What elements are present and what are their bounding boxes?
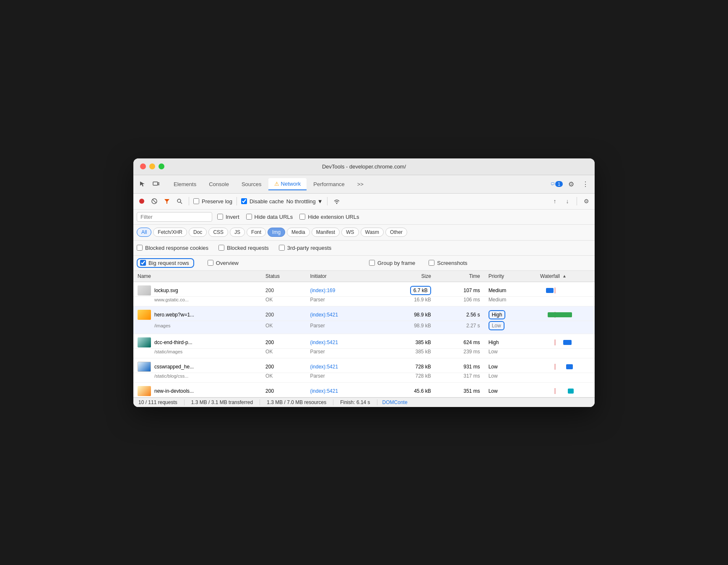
row-status-cell: 200 — [261, 382, 306, 397]
filter-button[interactable] — [162, 196, 172, 206]
third-party-input[interactable] — [279, 245, 285, 251]
row-status-cell: 200 — [261, 358, 306, 373]
table-row[interactable]: lockup.svg 200 (index):169 6.7 kB 107 ms… — [133, 282, 595, 296]
tab-console[interactable]: Console — [203, 179, 235, 190]
third-party-checkbox[interactable]: 3rd-party requests — [279, 245, 332, 251]
upload-icon[interactable]: ↑ — [550, 196, 560, 206]
initiator-link[interactable]: (index):5421 — [310, 340, 338, 345]
throttle-dropdown[interactable]: No throttling ▼ — [286, 198, 323, 205]
record-button[interactable] — [137, 196, 147, 206]
initiator-link[interactable]: (index):5421 — [310, 364, 338, 370]
type-btn-doc[interactable]: Doc — [189, 228, 207, 237]
minimize-button[interactable] — [149, 163, 155, 169]
table-row[interactable]: new-in-devtools... 200 (index):5421 45.6… — [133, 382, 595, 397]
col-time[interactable]: Time — [435, 271, 484, 282]
type-btn-wasm[interactable]: Wasm — [361, 228, 384, 237]
tab-elements[interactable]: Elements — [168, 179, 202, 190]
requests-count: 10 / 111 requests — [138, 399, 185, 405]
responsive-icon[interactable] — [150, 178, 162, 190]
col-name[interactable]: Name — [133, 271, 261, 282]
tab-network[interactable]: ⚠Network — [268, 178, 307, 190]
invert-checkbox[interactable]: Invert — [217, 214, 239, 220]
title-bar: DevTools - developer.chrome.com/ — [133, 158, 595, 175]
maximize-button[interactable] — [159, 163, 164, 169]
hide-ext-urls-checkbox[interactable]: Hide extension URLs — [299, 214, 359, 220]
screenshots-checkbox[interactable]: Screenshots — [429, 260, 467, 266]
col-initiator[interactable]: Initiator — [306, 271, 377, 282]
col-waterfall[interactable]: Waterfall ▲ — [536, 271, 595, 282]
network-settings-icon[interactable]: ⚙ — [581, 196, 591, 206]
big-rows-checkbox[interactable]: Big request rows — [137, 258, 194, 268]
disable-cache-checkbox[interactable]: Disable cache — [241, 198, 284, 205]
search-button[interactable] — [174, 196, 185, 206]
tab-performance[interactable]: Performance — [307, 179, 350, 190]
row-size-cell: 6.7 kB — [377, 282, 435, 296]
initiator-link[interactable]: (index):5421 — [310, 388, 338, 394]
network-table: Name Status Initiator Size Time Priority… — [133, 271, 595, 397]
hide-ext-urls-input[interactable] — [299, 214, 305, 220]
type-btn-img[interactable]: Img — [268, 228, 285, 237]
row-url-sub: /static/images — [133, 348, 261, 358]
hide-data-urls-input[interactable] — [246, 214, 252, 220]
row-initiator-sub: Parser — [306, 321, 377, 334]
disable-cache-input[interactable] — [241, 198, 247, 204]
table-row[interactable]: csswrapped_he... 200 (index):5421 728 kB… — [133, 358, 595, 373]
blocked-requests-input[interactable] — [218, 245, 224, 251]
blocked-cookies-input[interactable] — [137, 245, 143, 251]
close-button[interactable] — [140, 163, 146, 169]
type-btn-other[interactable]: Other — [385, 228, 407, 237]
preserve-log-input[interactable] — [193, 198, 199, 204]
group-by-frame-checkbox[interactable]: Group by frame — [369, 260, 415, 266]
table-row[interactable]: hero.webp?w=1... 200 (index):5421 98.9 k… — [133, 306, 595, 321]
col-priority[interactable]: Priority — [484, 271, 536, 282]
type-btn-font[interactable]: Font — [247, 228, 266, 237]
wifi-icon[interactable] — [332, 196, 342, 206]
tab-more[interactable]: >> — [351, 179, 369, 190]
col-status[interactable]: Status — [261, 271, 306, 282]
toolbar-sep-2 — [237, 197, 237, 205]
overview-input[interactable] — [208, 260, 213, 266]
more-icon[interactable]: ⋮ — [580, 178, 591, 190]
download-icon[interactable]: ↓ — [562, 196, 572, 206]
preserve-log-checkbox[interactable]: Preserve log — [193, 198, 232, 205]
table-row[interactable]: dcc-end-third-p... 200 (index):5421 385 … — [133, 334, 595, 348]
initiator-link[interactable]: (index):5421 — [310, 312, 338, 318]
blocked-requests-checkbox[interactable]: Blocked requests — [218, 245, 269, 251]
devtools-window: DevTools - developer.chrome.com/ Element… — [133, 158, 595, 407]
filter-input[interactable] — [137, 212, 212, 222]
big-rows-input[interactable] — [140, 260, 146, 266]
screenshots-input[interactable] — [429, 260, 434, 266]
type-filter-bar: All Fetch/XHR Doc CSS JS Font Img Media … — [133, 225, 595, 241]
type-btn-ws[interactable]: WS — [341, 228, 359, 237]
col-size[interactable]: Size — [377, 271, 435, 282]
type-btn-fetch-xhr[interactable]: Fetch/XHR — [153, 228, 187, 237]
row-status-sub: OK — [261, 321, 306, 334]
thumb-css — [138, 362, 151, 372]
chat-icon[interactable]: 1 — [551, 178, 563, 190]
invert-input[interactable] — [217, 214, 223, 220]
dom-content-link[interactable]: DOMConte — [377, 399, 413, 405]
settings-icon[interactable]: ⚙ — [565, 178, 577, 190]
traffic-lights — [140, 163, 164, 169]
type-btn-manifest[interactable]: Manifest — [312, 228, 340, 237]
blocked-requests-label: Blocked requests — [227, 245, 269, 251]
type-btn-css[interactable]: CSS — [208, 228, 228, 237]
row-initiator-cell: (index):5421 — [306, 334, 377, 348]
screenshots-label: Screenshots — [437, 260, 467, 266]
type-btn-js[interactable]: JS — [230, 228, 245, 237]
blocked-cookies-checkbox[interactable]: Blocked response cookies — [137, 245, 208, 251]
cursor-icon[interactable] — [137, 178, 148, 190]
clear-button[interactable] — [149, 196, 159, 206]
type-btn-all[interactable]: All — [137, 228, 151, 237]
type-btn-media[interactable]: Media — [287, 228, 310, 237]
waterfall-red-line — [555, 288, 555, 293]
row-initiator-cell: (index):5421 — [306, 382, 377, 397]
options-bar-1: Blocked response cookies Blocked request… — [133, 241, 595, 256]
overview-checkbox[interactable]: Overview — [208, 260, 239, 266]
tab-sources[interactable]: Sources — [236, 179, 268, 190]
initiator-link[interactable]: (index):169 — [310, 288, 335, 293]
hide-data-urls-checkbox[interactable]: Hide data URLs — [246, 214, 293, 220]
group-by-frame-input[interactable] — [369, 260, 375, 266]
finish-time: Finish: 6.14 s — [333, 399, 377, 405]
domconte-label[interactable]: DOMConte — [382, 399, 408, 405]
